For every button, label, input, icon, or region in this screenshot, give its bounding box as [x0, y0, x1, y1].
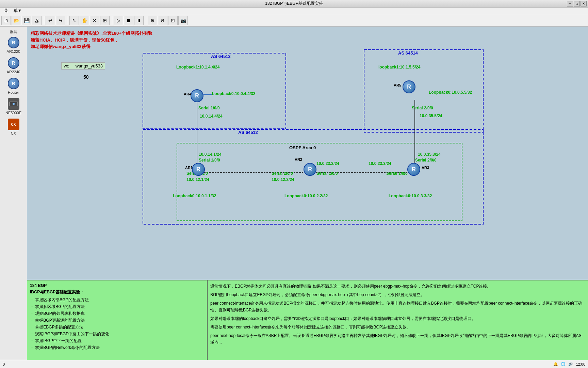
- node-ar5[interactable]: AR5 R: [403, 80, 415, 93]
- right-paragraph: 如果对端跟本端的loopback口建立邻居，需要在本端指定源接口是loopbac…: [210, 316, 585, 322]
- tb-sep3: [111, 16, 112, 25]
- network-diagram[interactable]: 精彩网络技术老师精讲《组网实战》,全套180+个组网拓扑实验 涵盖HCIA、HC…: [27, 27, 588, 280]
- tb-delete[interactable]: ✕: [90, 16, 99, 25]
- bullet-item: ・ 观察IBGP和EBGP中路由的下一跳的变化: [30, 331, 204, 337]
- minimize-button[interactable]: ─: [567, 1, 573, 6]
- right-paragraph: peer connect-interface命令用来指定发送BGP报文的源接口，…: [210, 300, 585, 313]
- menu-cai[interactable]: 菜: [1, 7, 11, 14]
- sidebar-item-ar1220[interactable]: R AR1220: [2, 35, 26, 55]
- tb-select[interactable]: ↖: [69, 16, 79, 25]
- serial-ar1-top: Serial 1/0/0: [199, 158, 220, 163]
- net-23-3: 10.0.23.3/24: [369, 161, 391, 166]
- tb-play[interactable]: ▷: [114, 16, 123, 25]
- cx-label: CX: [11, 131, 16, 135]
- toolbar: 🗋 📂 💾 🖨 ↩ ↪ ↖ ✋ ✕ ⊞ ▷ ⏹ ⏸ ⊕ ⊖ ⊡ 📷: [0, 14, 588, 27]
- tb-open[interactable]: 📂: [12, 16, 21, 25]
- svg-rect-5: [143, 129, 483, 224]
- cx-icon: CX: [7, 118, 20, 131]
- node-ar4[interactable]: AR4 R: [191, 89, 203, 102]
- sidebar-item-cx[interactable]: CX CX: [2, 117, 26, 137]
- serial-ar2-right: Serial 1/0/0: [316, 171, 338, 176]
- net-35-5: 10.0.35.5/24: [420, 113, 442, 118]
- sidebar-item-router[interactable]: R Router: [2, 76, 26, 96]
- vx-label: vx: wangx_yu533: [61, 62, 105, 70]
- net-23-2: 10.0.23.2/24: [316, 161, 339, 166]
- tb-new[interactable]: 🗋: [1, 16, 11, 25]
- left-subtitle: IBGP与EBGP基础配置实验：: [30, 289, 204, 295]
- tb-sep1: [43, 16, 44, 25]
- clock-icon: 🔔: [553, 362, 558, 366]
- promo-text: 精彩网络技术老师精讲《组网实战》,全套180+个组网拓扑实验 涵盖HCIA、HC…: [31, 30, 152, 50]
- window-controls: ─ □ ✕: [567, 1, 587, 6]
- bullet-item: ・ 掌握区域内部BGP的配置方法: [30, 297, 204, 303]
- price-label: 50: [83, 74, 89, 80]
- right-paragraph: 通常情况下，EBGP对等体之间必须具有直连的物理链路,如果不满足这一要求，则必须…: [210, 283, 585, 290]
- tb-redo[interactable]: ↪: [56, 16, 65, 25]
- as64513-label: AS 64513: [211, 54, 231, 59]
- bullet-item: ・ 掌握BGP的Network命令的配置方法: [30, 345, 204, 351]
- net-14-1: 10.0.14.1/24: [199, 152, 222, 157]
- sidebar-item-ar2240[interactable]: R AR2240: [2, 56, 26, 75]
- right-paragraph: BGP使用Loopback口建立EBGP邻居时，必须配置命令peer ebgp-…: [210, 292, 585, 298]
- status-bar: 0 🔔 🌐 🔊 12:00: [0, 360, 588, 368]
- menu-dan[interactable]: 单▼: [11, 7, 24, 14]
- as64514-label: AS 64514: [398, 50, 418, 56]
- net-12-1: 10.0.12.1/24: [186, 177, 209, 182]
- tb-undo[interactable]: ↩: [46, 16, 55, 25]
- tb-fit[interactable]: ⊡: [168, 16, 178, 25]
- sidebar: 器具 R AR1220 R AR2240 R Router: [0, 27, 27, 360]
- tb-grid[interactable]: ⊞: [100, 16, 110, 25]
- tb-sep4: [145, 16, 146, 25]
- bullet-list: ・ 掌握区域内部BGP的配置方法・ 掌握多区域BGP的配置方法・ 观察BGP的邻…: [30, 297, 204, 351]
- ar1220-label: AR1220: [7, 49, 20, 53]
- net-12-2: 10.0.12.2/24: [272, 177, 294, 182]
- tb-hand[interactable]: ✋: [80, 16, 89, 25]
- ar2240-icon: R: [7, 57, 20, 69]
- time-display: 12:00: [576, 362, 585, 366]
- serial-ar4: Serial 1/0/0: [198, 106, 220, 110]
- lb1-ar5: loopback1:10.1.5.5/24: [378, 65, 420, 70]
- bullet-item: ・ 观察BGP的邻居表和数据库: [30, 311, 204, 317]
- lb0-ar1: Loopback0:10.0.1.1/32: [173, 194, 216, 198]
- menu-bar: 菜 单▼: [0, 7, 588, 14]
- lb0-ar5: Loopback0:10.0.5.5/32: [429, 90, 472, 95]
- speaker-icon: 🔊: [568, 362, 573, 366]
- router-icon: R: [7, 77, 20, 90]
- tb-save[interactable]: 💾: [22, 16, 31, 25]
- bullet-item: ・ 掌握IBGP中下一跳的配置: [30, 338, 204, 344]
- tb-sep2: [67, 16, 68, 25]
- serial-ar2-left: Serial 2/0/0: [272, 171, 293, 176]
- net-35-3: 10.0.35.3/24: [418, 152, 441, 157]
- status-text: 0: [3, 362, 5, 366]
- close-button[interactable]: ✕: [581, 1, 587, 6]
- tb-zoomin[interactable]: ⊕: [148, 16, 157, 25]
- info-panel: 184 BGP IBGP与EBGP基础配置实验： ・ 掌握区域内部BGP的配置方…: [27, 280, 588, 360]
- svg-point-2: [13, 103, 15, 105]
- serial-ar5: Serial 2/0/0: [412, 106, 433, 110]
- canvas-area: 精彩网络技术老师精讲《组网实战》,全套180+个组网拓扑实验 涵盖HCIA、HC…: [27, 27, 588, 360]
- tb-stop[interactable]: ⏹: [124, 16, 133, 25]
- tb-pause[interactable]: ⏸: [134, 16, 144, 25]
- lb1-ar4: Loopback1:10.1.4.4/24: [176, 65, 219, 70]
- node-ar2[interactable]: AR2 R: [304, 163, 316, 176]
- serial-ar3-top: Serial 2/0/0: [415, 158, 437, 163]
- sidebar-label: 器具: [10, 29, 17, 34]
- ne5000e-label: NE5000E: [5, 111, 21, 115]
- as64512-label: AS 64512: [238, 130, 258, 135]
- router-label: Router: [8, 90, 19, 94]
- right-paragraph: peer next-hop-local命令一般在ASBR上配置。当设备通过EBG…: [210, 333, 585, 346]
- tb-print[interactable]: 🖨: [32, 16, 42, 25]
- net-14-4: 10.0.14.4/24: [200, 114, 223, 119]
- maximize-button[interactable]: □: [574, 1, 580, 6]
- node-ar1[interactable]: AR1 R: [192, 163, 205, 176]
- main-layout: 器具 R AR1220 R AR2240 R Router: [0, 27, 588, 360]
- title-bar: 182 IBGP与EBGP基础配置实验 ─ □ ✕: [0, 0, 588, 7]
- right-paragraph: 需要使用peer connect-interface命令来为每个对等体指定建立连…: [210, 324, 585, 331]
- sidebar-item-ne5000e[interactable]: NE5000E: [2, 96, 26, 116]
- serial-ar3-left: Serial 1/0/0: [386, 171, 408, 176]
- tb-snapshot[interactable]: 📷: [178, 16, 188, 25]
- bullet-item: ・ 掌握多区域BGP的配置方法: [30, 304, 204, 310]
- node-ar3[interactable]: AR3 R: [407, 163, 420, 176]
- tb-zoomout[interactable]: ⊖: [158, 16, 167, 25]
- bullet-item: ・ 掌握EBGP多跳的配置方法: [30, 324, 204, 330]
